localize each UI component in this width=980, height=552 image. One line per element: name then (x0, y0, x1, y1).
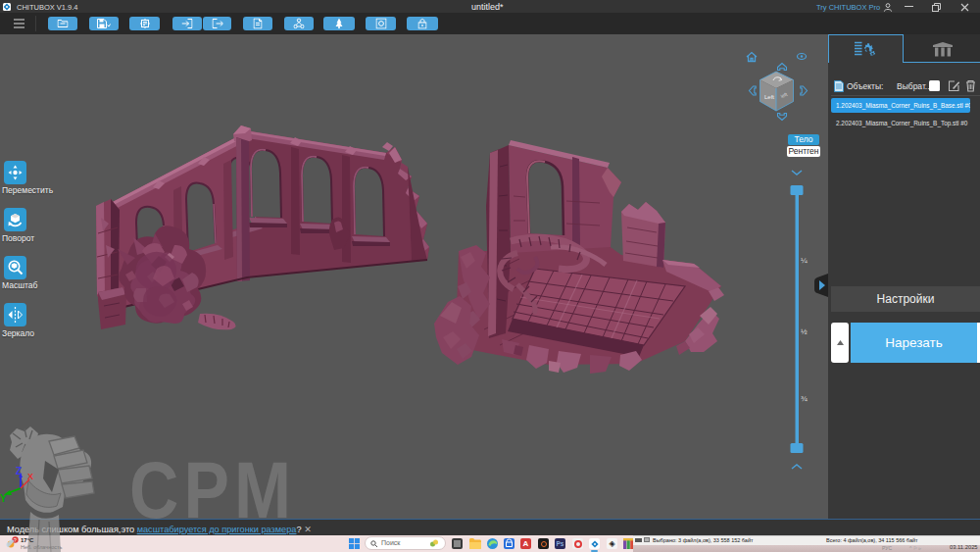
svg-text:¼: ¼ (801, 256, 808, 265)
svg-text:?: ? (14, 537, 17, 543)
svg-text:¾: ¾ (801, 394, 808, 403)
svg-text:½: ½ (801, 327, 808, 336)
svg-text:X: X (27, 472, 33, 481)
svg-text:Z: Z (16, 466, 22, 477)
svg-text:Left: Left (764, 94, 774, 100)
svg-text:Y: Y (0, 493, 7, 504)
